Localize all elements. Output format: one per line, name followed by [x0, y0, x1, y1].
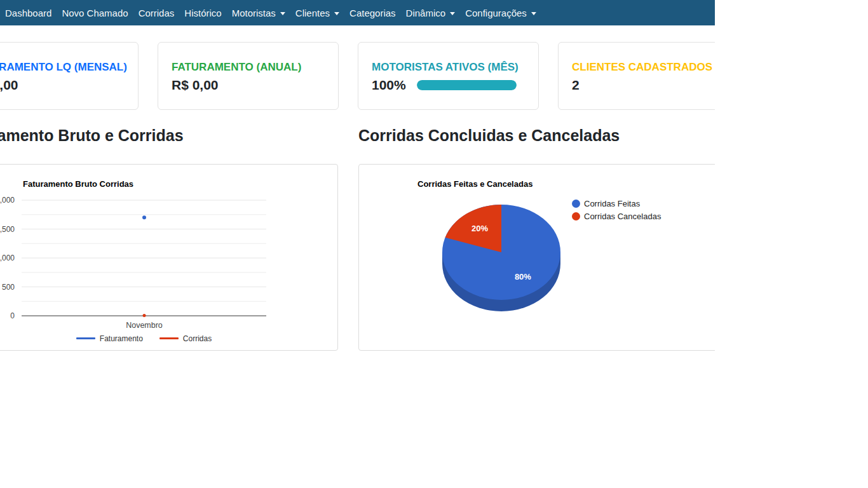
nav-item-label: Dashboard — [5, 8, 51, 18]
pie-chart-title: Corridas Feitas e Canceladas — [417, 179, 532, 189]
nav-item-label: Novo Chamado — [62, 8, 128, 18]
nav-item-categorias[interactable]: Categorias — [344, 8, 401, 18]
stat-card-clientes-cadastrados: CLIENTES CADASTRADOS 2 — [558, 42, 715, 110]
motoristas-value-row: 100% — [372, 78, 525, 92]
chevron-down-icon — [450, 12, 455, 15]
pie-slice-label: 80% — [515, 271, 531, 281]
card-title-motoristas-ativos: MOTORISTAS ATIVOS (MÊS) — [372, 62, 525, 72]
y-tick-label: 500 — [2, 282, 15, 291]
motoristas-progress-bar — [417, 80, 517, 90]
nav-item-label: Clientes — [295, 8, 330, 18]
motoristas-progress-track — [417, 80, 517, 90]
line-chart: Faturamento Bruto Corridas05001,0001,500… — [0, 165, 339, 351]
card-title-faturamento-anual: FATURAMENTO (ANUAL) — [172, 62, 325, 72]
line-chart-legend: FaturamentoCorridas — [22, 334, 266, 343]
legend-item-corridas: Corridas — [159, 334, 212, 343]
section-title-corridas-concluidas: Corridas Concluidas e Canceladas — [358, 126, 715, 145]
nav-item-dinamico[interactable]: Dinâmico — [401, 8, 461, 18]
nav-item-historico[interactable]: Histórico — [179, 8, 226, 18]
stat-card-faturamento-mensal: FATURAMENTO LQ (MENSAL) R$ 0,00 — [0, 42, 139, 110]
legend-label: Faturamento — [100, 334, 143, 343]
y-tick-label: 0 — [10, 311, 15, 320]
legend-label: Corridas — [183, 334, 212, 343]
legend-item-faturamento: Faturamento — [76, 334, 143, 343]
nav-item-corridas[interactable]: Corridas — [133, 8, 180, 18]
legend-label: Corridas Feitas — [584, 199, 640, 208]
legend-dot — [572, 200, 580, 208]
pie-chart: Corridas Feitas e Canceladas80%20% — [359, 165, 715, 351]
nav-item-label: Dinâmico — [406, 8, 446, 18]
nav-item-dashboard[interactable]: Dashboard — [0, 8, 57, 18]
nav-item-label: Motoristas — [232, 8, 276, 18]
y-tick-label: 1,000 — [0, 254, 15, 262]
chevron-down-icon — [334, 12, 339, 15]
stat-card-motoristas-ativos: MOTORISTAS ATIVOS (MÊS) 100% — [358, 42, 539, 110]
line-chart-title: Faturamento Bruto Corridas — [23, 179, 133, 189]
nav-item-clientes[interactable]: Clientes — [290, 8, 344, 18]
nav-item-configuracoes[interactable]: Configurações — [460, 8, 541, 18]
line-chart-card: Faturamento Bruto Corridas05001,0001,500… — [0, 164, 338, 351]
card-title-faturamento-mensal: FATURAMENTO LQ (MENSAL) — [0, 62, 125, 72]
x-tick-label: Novembro — [126, 321, 163, 330]
nav-item-label: Histórico — [184, 8, 221, 18]
nav-item-label: Configurações — [465, 8, 527, 18]
card-value-motoristas-ativos: 100% — [372, 78, 406, 92]
card-title-clientes-cadastrados: CLIENTES CADASTRADOS — [572, 62, 715, 72]
y-tick-label: 1,500 — [0, 224, 15, 233]
nav-item-motoristas[interactable]: Motoristas — [227, 8, 290, 18]
charts-grid: Faturamento Bruto e Corridas Faturamento… — [0, 110, 715, 351]
y-tick-label: 2,000 — [0, 196, 15, 205]
legend-item-corridas-feitas: Corridas Feitas — [572, 199, 661, 208]
card-value-faturamento-mensal: R$ 0,00 — [0, 78, 125, 92]
data-point-corridas — [143, 314, 146, 317]
card-value-faturamento-anual: R$ 0,00 — [172, 78, 325, 92]
corridas-column: Corridas Concluidas e Canceladas Corrida… — [358, 110, 715, 351]
dashboard-page: DashboardNovo ChamadoCorridasHistóricoMo… — [0, 0, 715, 351]
stat-card-faturamento-anual: FATURAMENTO (ANUAL) R$ 0,00 — [158, 42, 339, 110]
chevron-down-icon — [280, 12, 285, 15]
chevron-down-icon — [531, 12, 536, 15]
legend-dot — [572, 212, 580, 220]
legend-label: Corridas Canceladas — [584, 212, 661, 221]
faturamento-column: Faturamento Bruto e Corridas Faturamento… — [0, 110, 338, 351]
legend-line-swatch — [76, 337, 95, 339]
navbar: DashboardNovo ChamadoCorridasHistóricoMo… — [0, 0, 715, 25]
nav-item-label: Categorias — [349, 8, 396, 18]
card-value-clientes-cadastrados: 2 — [572, 78, 715, 92]
pie-chart-card: Corridas Feitas e Canceladas80%20% Corri… — [358, 164, 715, 351]
stat-cards-row: FATURAMENTO LQ (MENSAL) R$ 0,00 FATURAME… — [0, 42, 715, 110]
legend-item-corridas-canceladas: Corridas Canceladas — [572, 212, 661, 221]
pie-chart-legend: Corridas FeitasCorridas Canceladas — [572, 199, 661, 221]
section-title-faturamento-bruto: Faturamento Bruto e Corridas — [0, 126, 338, 145]
data-point-faturamento — [142, 215, 146, 219]
app-viewport: DashboardNovo ChamadoCorridasHistóricoMo… — [0, 0, 715, 488]
nav-item-novo-chamado[interactable]: Novo Chamado — [57, 8, 133, 18]
nav-item-label: Corridas — [139, 8, 175, 18]
pie-slice-label: 20% — [471, 224, 488, 233]
legend-line-swatch — [159, 337, 179, 339]
